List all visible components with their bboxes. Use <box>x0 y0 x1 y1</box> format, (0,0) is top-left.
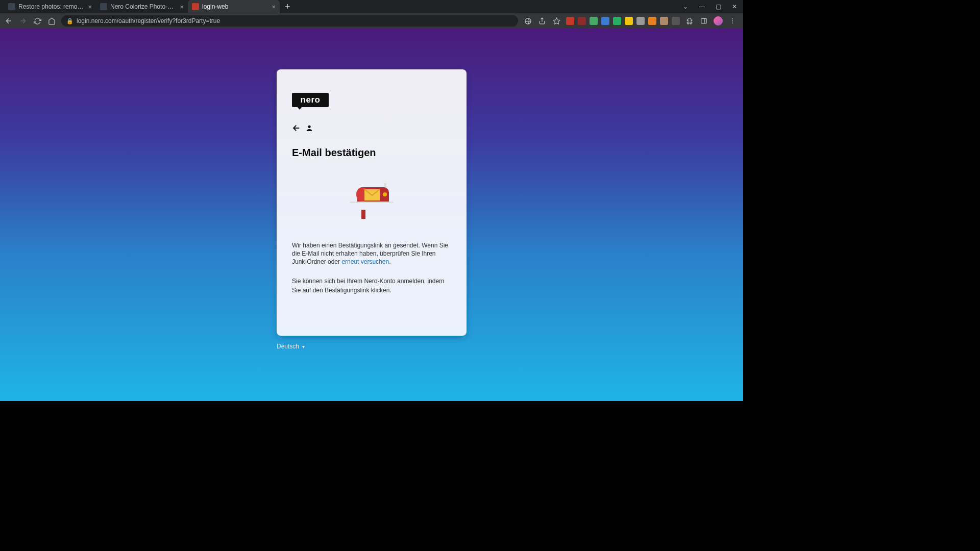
favicon-icon <box>100 3 107 10</box>
back-button[interactable] <box>4 16 13 26</box>
tab-nero-colorize[interactable]: Nero Colorize Photo-Colorize Y × <box>96 0 188 13</box>
tab-title: Nero Colorize Photo-Colorize Y <box>110 3 177 10</box>
new-tab-button[interactable]: + <box>280 2 296 12</box>
chevron-down-icon: ▾ <box>302 344 305 349</box>
chevron-down-icon[interactable]: ⌄ <box>682 3 689 10</box>
extensions-icon[interactable] <box>685 16 694 26</box>
mailbox-icon <box>292 177 451 220</box>
extension-icon-3[interactable] <box>601 17 609 25</box>
retry-link[interactable]: erneut versuchen <box>341 258 389 265</box>
profile-avatar[interactable] <box>714 16 723 26</box>
extension-icon-4[interactable] <box>613 17 621 25</box>
url-text: login.nero.com/oauth/register/verify?for… <box>77 17 220 24</box>
instruction-text-2: Sie können sich bei Ihrem Nero-Konto anm… <box>292 277 451 295</box>
svg-rect-1 <box>701 18 707 23</box>
bookmark-icon[interactable] <box>552 16 561 26</box>
extension-icon-0[interactable] <box>566 17 574 25</box>
svg-point-11 <box>383 192 387 196</box>
favicon-icon <box>192 3 199 10</box>
extension-icon-9[interactable] <box>672 17 680 25</box>
svg-point-2 <box>732 18 733 19</box>
reload-button[interactable] <box>33 16 42 26</box>
tab-title: Restore photos: remove scratche <box>18 3 85 10</box>
person-icon <box>305 124 313 134</box>
extension-icon-1[interactable] <box>578 17 586 25</box>
extension-icon-2[interactable] <box>590 17 598 25</box>
extension-icon-7[interactable] <box>648 17 656 25</box>
close-icon[interactable]: × <box>180 3 184 11</box>
share-icon[interactable] <box>537 16 547 26</box>
instruction-text-1: Wir haben einen Bestätigungslink an gese… <box>292 241 451 266</box>
lock-icon: 🔒 <box>66 18 74 24</box>
extension-icon-6[interactable] <box>636 17 645 25</box>
tab-restore-photos[interactable]: Restore photos: remove scratche × <box>4 0 96 13</box>
minimize-icon[interactable]: — <box>698 3 705 10</box>
extension-icon-8[interactable] <box>660 17 668 25</box>
svg-point-3 <box>732 20 733 21</box>
close-icon[interactable]: × <box>88 3 92 11</box>
card-heading: E-Mail bestätigen <box>292 147 451 159</box>
address-bar[interactable]: 🔒 login.nero.com/oauth/register/verify?f… <box>61 15 518 27</box>
svg-point-5 <box>308 126 310 128</box>
close-window-icon[interactable]: ✕ <box>731 3 738 10</box>
page-content: nero E-Mail bestätigen W <box>0 29 743 401</box>
svg-point-4 <box>732 22 733 23</box>
menu-icon[interactable] <box>728 16 737 26</box>
verify-card: nero E-Mail bestätigen W <box>277 69 467 336</box>
language-selector[interactable]: Deutsch ▾ <box>277 343 467 350</box>
back-arrow-button[interactable] <box>292 123 301 135</box>
maximize-icon[interactable]: ▢ <box>715 3 722 10</box>
svg-rect-12 <box>350 202 393 203</box>
translate-icon[interactable] <box>523 16 532 26</box>
svg-rect-7 <box>382 177 386 183</box>
forward-button[interactable] <box>18 16 28 26</box>
language-label: Deutsch <box>277 343 299 350</box>
close-icon[interactable]: × <box>272 3 276 11</box>
svg-rect-9 <box>361 210 365 219</box>
favicon-icon <box>8 3 15 10</box>
nero-logo: nero <box>292 93 329 107</box>
home-button[interactable] <box>47 16 56 26</box>
sidepanel-icon[interactable] <box>699 16 708 26</box>
extension-icon-5[interactable] <box>625 17 633 25</box>
tab-title: login-web <box>202 3 268 10</box>
tab-login-web[interactable]: login-web × <box>188 0 280 13</box>
